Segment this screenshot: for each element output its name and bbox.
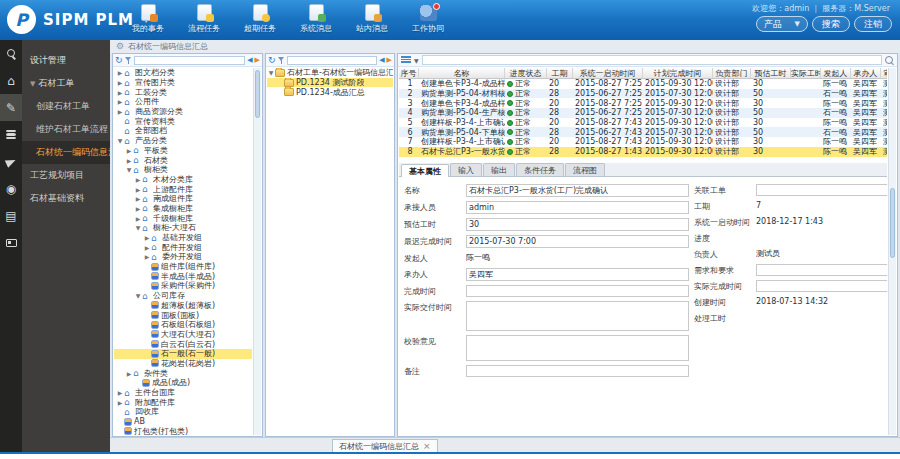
column-header[interactable]: 序号	[399, 68, 419, 78]
tree-item[interactable]: AB	[114, 417, 252, 427]
tree-expand-icon[interactable]: ▶	[134, 194, 142, 203]
home-nav-button[interactable]: ⌂	[0, 67, 22, 94]
tree-item[interactable]: ▶⌂杂件类	[114, 368, 252, 378]
detail-tab-0[interactable]: 基本属性	[401, 164, 449, 177]
field-input[interactable]	[756, 280, 887, 292]
tree-expand-icon[interactable]: ▶	[116, 107, 124, 116]
library-nav-button[interactable]: ▤	[0, 202, 22, 229]
tree-item[interactable]: 采购件(采购件)	[114, 281, 252, 291]
prev-match-icon[interactable]: ◀	[247, 56, 252, 64]
logout-button[interactable]: 注销	[854, 16, 892, 32]
tree-item[interactable]: PD.1234 测试阶段	[267, 78, 393, 88]
toolbar-site-messages[interactable]: 站内消息	[344, 3, 400, 39]
detail-tab-2[interactable]: 输出	[483, 163, 515, 176]
tree-item[interactable]: 花岗岩(花岗岩)	[114, 359, 252, 369]
tree-item[interactable]: 成品(成品)	[114, 378, 252, 388]
field-input[interactable]	[756, 264, 887, 276]
next-match-icon[interactable]: ▶	[255, 56, 260, 64]
field-input[interactable]	[466, 301, 689, 331]
tree-item[interactable]: 石板组(石板组)	[114, 320, 252, 330]
field-input[interactable]	[466, 285, 689, 297]
tree-item[interactable]: ▼⌂产品分类	[114, 136, 252, 146]
tree-item[interactable]: ▼⌂橱柜类	[114, 165, 252, 175]
tree-filter-input[interactable]	[134, 56, 246, 65]
toolbar-overdue-tasks[interactable]: 超期任务	[232, 3, 288, 39]
table-row[interactable]: 4购货单测-P5-04-生产核价正常282015-06-27 7:252015-…	[399, 108, 887, 118]
tree-item[interactable]: 组件库(组件库)	[114, 262, 252, 272]
tree-item[interactable]: 白云石(白云石)	[114, 339, 252, 349]
chevron-down-icon[interactable]: ▼	[414, 57, 419, 64]
field-input[interactable]	[466, 365, 689, 377]
tree-expand-icon[interactable]: ▶	[116, 68, 124, 77]
field-input[interactable]	[756, 184, 887, 196]
content-tab-title[interactable]: 石材统一编码信息汇总	[128, 41, 208, 52]
column-header[interactable]: 进度状态	[505, 68, 547, 78]
tree-expand-icon[interactable]	[267, 68, 275, 77]
tree-expand-icon[interactable]: ▶	[134, 214, 142, 223]
table-search-input[interactable]	[422, 55, 882, 65]
column-header[interactable]: 工期	[547, 68, 573, 78]
tree-expand-icon[interactable]: ▼	[134, 223, 142, 232]
tree-expand-icon[interactable]: ▼	[125, 165, 133, 174]
search-scope-select[interactable]: 产品 ▼	[756, 16, 808, 32]
tree-expand-icon[interactable]: ▼	[116, 136, 124, 145]
column-header[interactable]: 实际工时	[791, 68, 821, 78]
sidebar-item-maintain-flow[interactable]: 维护石材工单流程	[22, 118, 110, 141]
tree-item[interactable]: ▶⌂委外开发组	[114, 252, 252, 262]
close-icon[interactable]	[423, 442, 431, 451]
search-nav-button[interactable]	[0, 40, 22, 67]
tree-item[interactable]: ⌂回收库	[114, 407, 252, 417]
tree-item[interactable]: ▶⌂宣传图片类	[114, 78, 252, 88]
send-nav-button[interactable]	[0, 148, 22, 175]
table-row[interactable]: 7创建样板-P3-4-上市确认单正常202015-08-27 7:432015-…	[399, 137, 887, 147]
tree-item[interactable]: ▶⌂千级橱柜库	[114, 213, 252, 223]
tree-item[interactable]: ▶⌂商品资源分类	[114, 107, 252, 117]
tree-item[interactable]: ▶⌂石材类	[114, 155, 252, 165]
tree-expand-icon[interactable]: ▶	[134, 175, 142, 184]
field-input[interactable]: 30	[466, 218, 689, 231]
prev-match-icon[interactable]: ◀	[379, 56, 384, 64]
tree-item[interactable]: ▶⌂木材分类库	[114, 175, 252, 185]
column-header[interactable]: 承办人	[851, 68, 881, 78]
scrollbar-thumb[interactable]	[255, 70, 260, 118]
tree-item[interactable]: 打包类(打包类)	[114, 426, 252, 435]
table-row[interactable]: 3创建单色卡P3-4-成品样本确认正常202015-08-27 7:252015…	[399, 98, 887, 108]
tree-item[interactable]: ▼⌂公司库存	[114, 291, 252, 301]
detail-tab-3[interactable]: 条件任务	[516, 163, 564, 176]
table-row[interactable]: 2购货单测-P5-04-材料核价正常282015-06-27 7:252015-…	[399, 89, 887, 99]
refresh-icon[interactable]: ↻	[115, 56, 123, 65]
tree-expand-icon[interactable]: ▶	[143, 252, 151, 261]
field-input[interactable]: 2015-07-30 7:00	[466, 235, 689, 248]
tree-item[interactable]: 超薄板(超薄板)	[114, 301, 252, 311]
column-header[interactable]: 审核人	[881, 68, 887, 78]
column-header[interactable]: 系统一启动时间	[573, 68, 643, 78]
card-nav-button[interactable]	[0, 229, 22, 256]
tree-item[interactable]: ▶⌂集成橱柜库	[114, 204, 252, 214]
column-header[interactable]: 负责部门	[713, 68, 751, 78]
table-row[interactable]: 5创建样板-P3-4-上市确认单正常202015-08-27 7:432015-…	[399, 118, 887, 128]
detail-scrollbar[interactable]	[888, 68, 896, 435]
columns-icon[interactable]	[401, 56, 411, 64]
filter-icon[interactable]	[125, 57, 132, 64]
tree-item[interactable]: 半成品(半成品)	[114, 271, 252, 281]
sidebar-item-create-order[interactable]: 创建石材工单	[22, 95, 110, 118]
sidebar-item-code-summary[interactable]: 石材统一编码信息汇总	[22, 141, 110, 164]
tree-item[interactable]: ▶⌂南成组件库	[114, 194, 252, 204]
field-input[interactable]	[466, 335, 689, 361]
field-input[interactable]: admin	[466, 201, 689, 214]
table-row[interactable]: 6购货单测-P5-04-下单核价正常282015-06-27 7:432015-…	[399, 127, 887, 137]
web-nav-button[interactable]: ◉	[0, 175, 22, 202]
tree-expand-icon[interactable]: ▶	[116, 97, 124, 106]
refresh-icon[interactable]: ↻	[268, 56, 276, 65]
detail-tab-1[interactable]: 输入	[450, 163, 482, 176]
column-header[interactable]: 计划完成时间	[643, 68, 713, 78]
tree-expand-icon[interactable]: ▶	[125, 156, 133, 165]
tree-scrollbar[interactable]	[253, 68, 261, 435]
toolbar-collaboration[interactable]: 工作协同	[400, 3, 456, 39]
tree-item[interactable]: PD.1234-成品汇总	[267, 87, 393, 97]
tree-expand-icon[interactable]: ▶	[116, 88, 124, 97]
field-input[interactable]: 吴四军	[466, 268, 689, 281]
tree-expand-icon[interactable]: ▶	[143, 233, 151, 242]
tree-item[interactable]: ▶⌂公用件	[114, 97, 252, 107]
table-row[interactable]: 8石材卡总汇P3-一般水货(工厂)正常282015-08-27 1:432015…	[399, 147, 887, 157]
